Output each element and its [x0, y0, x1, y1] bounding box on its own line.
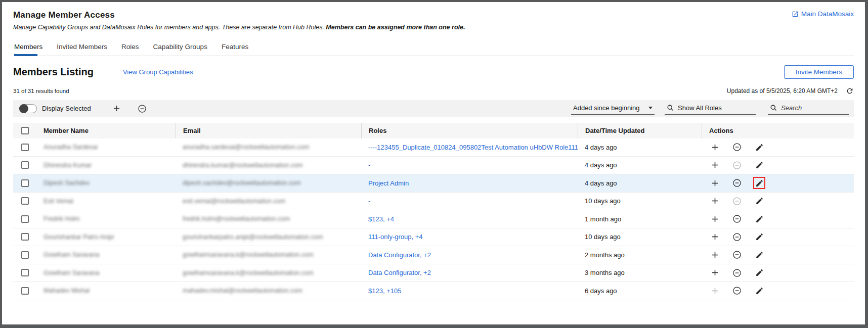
table-row: Anuradha Sardesaianuradha.sardesai@rockw…: [13, 138, 854, 157]
member-name-cell: Esit Vemai: [36, 198, 176, 205]
display-selected-toggle[interactable]: [19, 104, 37, 113]
page-subtitle: Manage Capability Groups and DataMosaix …: [13, 24, 854, 31]
member-email-cell: fredrik.holm@rockwellautomation.com: [176, 215, 361, 222]
date-updated-cell: 10 days ago: [578, 233, 702, 241]
row-checkbox[interactable]: [21, 269, 29, 276]
row-checkbox[interactable]: [21, 251, 29, 259]
remove-role-icon[interactable]: [732, 250, 742, 260]
date-updated-cell: 10 days ago: [578, 197, 702, 205]
edit-member-icon[interactable]: [754, 178, 764, 188]
row-checkbox[interactable]: [21, 287, 29, 295]
column-header-email: Email: [176, 123, 361, 138]
subtitle-bold: Members can be assigned more than one ro…: [326, 24, 465, 31]
manage-member-access-page: Manage Member Access Main DataMosaix Man…: [0, 0, 868, 328]
remove-role-icon[interactable]: [732, 160, 742, 170]
external-link-icon: [792, 11, 799, 18]
edit-member-icon[interactable]: [754, 250, 764, 260]
edit-member-icon[interactable]: [754, 214, 764, 224]
add-role-icon[interactable]: [710, 160, 720, 170]
add-role-icon[interactable]: [710, 232, 720, 242]
roles-link[interactable]: $123, +4: [368, 215, 394, 223]
roles-link[interactable]: ----123455_Duplicate_010824_095802Test A…: [368, 144, 578, 151]
search-field[interactable]: [768, 103, 849, 115]
added-since-dropdown[interactable]: Added since beginning: [571, 103, 655, 115]
table-row: Mahadev Mishalmahadev.mishal@rockwellaut…: [13, 282, 854, 300]
meta-bar: 31 of 31 results found Updated as of 5/5…: [13, 87, 854, 95]
member-email-cell: anuradha.sardesai@rockwellautomation.com: [176, 144, 361, 151]
table-row: Dhirendra Kumardhirendra.kumar@rockwella…: [13, 157, 854, 175]
add-role-icon[interactable]: [710, 250, 720, 260]
bulk-remove-roles-icon[interactable]: [137, 103, 148, 114]
edit-member-icon[interactable]: [754, 142, 764, 152]
remove-role-icon[interactable]: [732, 286, 742, 296]
member-name-cell: Fredrik Holm: [36, 215, 176, 222]
roles-link[interactable]: $123, +105: [368, 287, 401, 295]
edit-member-icon[interactable]: [754, 268, 764, 278]
remove-role-icon[interactable]: [732, 268, 742, 278]
roles-filter-input[interactable]: [678, 104, 754, 112]
add-role-icon[interactable]: [710, 178, 720, 188]
edit-member-icon[interactable]: [754, 232, 764, 242]
remove-role-icon[interactable]: [732, 178, 742, 188]
member-email-cell: esit.vemai@rockwellautomation.com: [176, 198, 361, 205]
member-name-cell: Anuradha Sardesai: [36, 144, 176, 151]
display-selected-label: Display Selected: [42, 105, 91, 112]
tab-capability-groups[interactable]: Capability Groups: [146, 40, 214, 56]
tab-invited-members[interactable]: Invited Members: [50, 40, 114, 56]
add-role-icon[interactable]: [710, 214, 720, 224]
member-email-cell: gourishankarpatro.anipi@rockwellautomati…: [176, 233, 361, 241]
row-checkbox[interactable]: [21, 197, 29, 205]
invite-members-button[interactable]: Invite Members: [784, 65, 854, 79]
member-name-cell: Dhirendra Kumar: [36, 162, 176, 169]
search-input[interactable]: [781, 104, 847, 112]
roles-link[interactable]: -: [368, 197, 370, 205]
members-table-body: Anuradha Sardesaianuradha.sardesai@rockw…: [13, 138, 854, 300]
tab-roles[interactable]: Roles: [114, 40, 146, 56]
tab-bar: MembersInvited MembersRolesCapability Gr…: [13, 40, 854, 56]
table-toolbar: Display Selected Added since beginning: [13, 100, 854, 117]
roles-link[interactable]: 111-only-group, +4: [368, 233, 423, 241]
add-role-icon[interactable]: [710, 286, 720, 296]
table-row: Esit Vemaiesit.vemai@rockwellautomation.…: [13, 193, 854, 211]
roles-link[interactable]: -: [368, 161, 370, 169]
column-header-roles: Roles: [361, 123, 578, 138]
row-checkbox[interactable]: [21, 215, 29, 223]
row-checkbox[interactable]: [21, 144, 29, 151]
column-header-date-updated: Date/Time Updated: [578, 123, 702, 138]
add-role-icon[interactable]: [710, 142, 720, 152]
column-header-member-name: Member Name: [36, 123, 176, 138]
select-all-checkbox[interactable]: [21, 127, 29, 134]
main-datamosaix-link[interactable]: Main DataMosaix: [792, 10, 854, 18]
toggle-knob: [19, 104, 28, 113]
refresh-icon[interactable]: [846, 87, 854, 95]
member-name-cell: Gowtham Saravana: [36, 269, 176, 276]
table-row: Dipesh Sachdevdipesh.sachdev@rockwellaut…: [13, 174, 854, 193]
members-listing-title: Members Listing: [13, 66, 94, 78]
member-email-cell: dipesh.sachdev@rockwellautomation.com: [176, 179, 361, 186]
member-name-cell: Mahadev Mishal: [36, 287, 176, 294]
row-checkbox[interactable]: [21, 233, 29, 241]
table-row: Gowtham Saravanagowthamsaravana.k@rockwe…: [13, 246, 854, 264]
tab-features[interactable]: Features: [214, 40, 255, 56]
edit-member-icon[interactable]: [754, 160, 764, 170]
roles-link[interactable]: Project Admin: [368, 179, 409, 187]
table-row: Fredrik Holmfredrik.holm@rockwellautomat…: [13, 210, 854, 228]
bulk-add-roles-icon[interactable]: [111, 103, 122, 114]
roles-link[interactable]: Data Configurator, +2: [368, 251, 431, 259]
roles-link[interactable]: Data Configurator, +2: [368, 269, 431, 276]
row-checkbox[interactable]: [21, 161, 29, 169]
edit-member-icon[interactable]: [754, 286, 764, 296]
table-row: Gourishankar Patro Anipigourishankarpatr…: [13, 228, 854, 247]
edit-member-icon[interactable]: [754, 196, 764, 206]
page-title: Manage Member Access: [13, 10, 115, 20]
view-group-capabilities-link[interactable]: View Group Capabilities: [123, 68, 193, 76]
roles-filter-field[interactable]: [665, 103, 756, 115]
add-role-icon[interactable]: [710, 268, 720, 278]
remove-role-icon[interactable]: [732, 232, 742, 242]
add-role-icon[interactable]: [710, 196, 720, 206]
remove-role-icon[interactable]: [732, 196, 742, 206]
tab-members[interactable]: Members: [14, 40, 50, 56]
remove-role-icon[interactable]: [732, 142, 742, 152]
row-checkbox[interactable]: [21, 179, 29, 187]
remove-role-icon[interactable]: [732, 214, 742, 224]
